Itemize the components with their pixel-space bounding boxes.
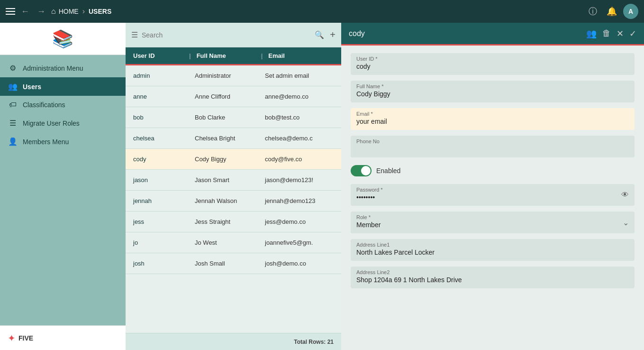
five-logo: ✦ FIVE bbox=[8, 332, 33, 344]
password-label: Password * bbox=[356, 187, 629, 193]
cell-userid: admin bbox=[126, 72, 187, 79]
address2-field: Address Line2 Shop 1204a 69 1 North Lake… bbox=[351, 267, 635, 288]
cell-email: jennah@demo123 bbox=[261, 197, 341, 204]
detail-panel: cody 👥 🗑 ✕ ✓ User ID * cody Full Name * … bbox=[341, 23, 644, 350]
address2-label: Address Line2 bbox=[356, 269, 629, 275]
table-row[interactable]: jason Jason Smart jason@demo123! bbox=[126, 170, 341, 191]
enabled-label: Enabled bbox=[376, 167, 400, 175]
role-dropdown-icon[interactable]: ⌄ bbox=[623, 218, 629, 227]
enabled-toggle[interactable] bbox=[351, 165, 372, 176]
home-link[interactable]: ⌂ HOME bbox=[51, 7, 79, 16]
role-field: Role * Member ⌄ bbox=[351, 212, 635, 233]
cell-email: cody@five.co bbox=[261, 156, 341, 163]
add-button[interactable]: + bbox=[330, 29, 336, 40]
table-row[interactable]: josh Josh Small josh@demo.co bbox=[126, 253, 341, 274]
email-value[interactable]: your email bbox=[356, 118, 629, 125]
cell-fullname: Bob Clarke bbox=[191, 114, 257, 121]
table-row[interactable]: admin Administrator Set admin email bbox=[126, 65, 341, 86]
table-header: User ID | Full Name | Email bbox=[126, 47, 341, 65]
table-row[interactable]: bob Bob Clarke bob@test.co bbox=[126, 107, 341, 128]
cell-userid: anne bbox=[126, 93, 187, 100]
sidebar-item-admin-menu[interactable]: ⚙ Administration Menu bbox=[0, 59, 126, 77]
notifications-icon[interactable]: 🔔 bbox=[604, 4, 619, 19]
table-row[interactable]: jo Jo West joannefive5@gm. bbox=[126, 232, 341, 253]
sidebar-item-migrate[interactable]: ☰ Migrate User Roles bbox=[0, 114, 126, 132]
sidebar-bottom: ✦ FIVE bbox=[0, 325, 126, 350]
user-table: User ID | Full Name | Email admin Admini… bbox=[126, 47, 341, 333]
cell-email: jason@demo123! bbox=[261, 176, 341, 184]
back-button[interactable]: ← bbox=[19, 7, 31, 17]
address2-value[interactable]: Shop 1204a 69 1 North Lakes Drive bbox=[356, 276, 629, 284]
delete-icon[interactable]: 🗑 bbox=[602, 28, 611, 38]
sidebar-logo: 📚 bbox=[0, 23, 126, 55]
role-value[interactable]: Member bbox=[356, 221, 629, 229]
user-id-label: User ID * bbox=[356, 56, 629, 62]
table-body: admin Administrator Set admin email anne… bbox=[126, 65, 341, 274]
help-icon[interactable]: ⓘ bbox=[585, 4, 600, 19]
detail-body: User ID * cody Full Name * Cody Biggy Em… bbox=[341, 46, 644, 350]
user-avatar[interactable]: A bbox=[623, 4, 638, 19]
group-icon[interactable]: 👥 bbox=[586, 28, 597, 39]
sidebar-item-classifications[interactable]: 🏷 Classifications bbox=[0, 96, 126, 114]
cell-fullname: Jason Smart bbox=[191, 176, 257, 184]
table-row[interactable]: cody Cody Biggy cody@five.co bbox=[126, 149, 341, 170]
role-label: Role * bbox=[356, 214, 629, 220]
sidebar: 📚 ⚙ Administration Menu 👥 Users 🏷 Classi… bbox=[0, 23, 126, 350]
password-value[interactable]: •••••••• bbox=[356, 193, 629, 201]
cell-userid: chelsea bbox=[126, 135, 187, 142]
filter-icon[interactable]: ☰ bbox=[131, 30, 138, 39]
five-logo-text: FIVE bbox=[18, 334, 33, 342]
classifications-icon: 🏷 bbox=[8, 101, 18, 109]
table-row[interactable]: anne Anne Clifford anne@demo.co bbox=[126, 86, 341, 107]
cell-fullname: Cody Biggy bbox=[191, 156, 257, 163]
user-id-value[interactable]: cody bbox=[356, 63, 629, 70]
table-row[interactable]: jennah Jennah Walson jennah@demo123 bbox=[126, 191, 341, 212]
phone-field: Phone No bbox=[351, 136, 635, 157]
hamburger-menu[interactable] bbox=[6, 8, 15, 15]
full-name-value[interactable]: Cody Biggy bbox=[356, 90, 629, 98]
cell-userid: jess bbox=[126, 218, 187, 225]
cell-userid: jo bbox=[126, 239, 187, 246]
cell-email: joannefive5@gm. bbox=[261, 239, 341, 246]
cell-fullname: Josh Small bbox=[191, 260, 257, 267]
password-field: Password * •••••••• 👁︎ bbox=[351, 184, 635, 206]
home-label: HOME bbox=[59, 8, 79, 15]
col-header-email: Email bbox=[264, 52, 341, 59]
phone-value[interactable] bbox=[356, 145, 629, 153]
sidebar-item-users[interactable]: 👥 Users bbox=[0, 77, 126, 96]
sidebar-item-classifications-label: Classifications bbox=[23, 101, 65, 109]
migrate-icon: ☰ bbox=[8, 119, 18, 128]
cell-userid: cody bbox=[126, 156, 187, 163]
cell-userid: jason bbox=[126, 176, 187, 184]
save-icon[interactable]: ✓ bbox=[629, 28, 636, 39]
cell-userid: jennah bbox=[126, 197, 187, 204]
table-row[interactable]: chelsea Chelsea Bright chelsea@demo.c bbox=[126, 128, 341, 149]
table-row[interactable]: jess Jess Straight jess@demo.co bbox=[126, 212, 341, 232]
total-rows-label: Total Rows: 21 bbox=[294, 339, 334, 345]
email-field: Email * your email bbox=[351, 108, 635, 130]
detail-header: cody 👥 🗑 ✕ ✓ bbox=[341, 23, 644, 46]
detail-title: cody bbox=[349, 29, 581, 38]
forward-button[interactable]: → bbox=[35, 7, 47, 17]
sidebar-item-users-label: Users bbox=[23, 83, 41, 91]
cell-email: josh@demo.co bbox=[261, 260, 341, 267]
page-title: USERS bbox=[89, 8, 111, 15]
users-icon: 👥 bbox=[8, 82, 18, 91]
search-icon[interactable]: 🔍 bbox=[315, 30, 324, 39]
sidebar-item-members[interactable]: 👤 Members Menu bbox=[0, 132, 126, 151]
content-area: ☰ 🔍 + User ID | Full Name | Email admin … bbox=[126, 23, 644, 350]
sidebar-item-members-label: Members Menu bbox=[23, 138, 69, 146]
cell-email: anne@demo.co bbox=[261, 93, 341, 100]
sidebar-item-admin-label: Administration Menu bbox=[23, 64, 83, 72]
close-icon[interactable]: ✕ bbox=[617, 28, 624, 39]
breadcrumb-separator: › bbox=[82, 7, 85, 16]
books-icon: 📚 bbox=[52, 29, 73, 49]
address1-value[interactable]: North Lakes Parcel Locker bbox=[356, 249, 629, 256]
eye-icon[interactable]: 👁︎ bbox=[621, 191, 629, 199]
sidebar-menu: ⚙ Administration Menu 👥 Users 🏷 Classifi… bbox=[0, 55, 126, 325]
sidebar-item-migrate-label: Migrate User Roles bbox=[23, 120, 80, 127]
cell-fullname: Jess Straight bbox=[191, 218, 257, 225]
phone-label: Phone No bbox=[356, 138, 629, 144]
search-input[interactable] bbox=[142, 31, 311, 39]
cell-email: bob@test.co bbox=[261, 114, 341, 121]
